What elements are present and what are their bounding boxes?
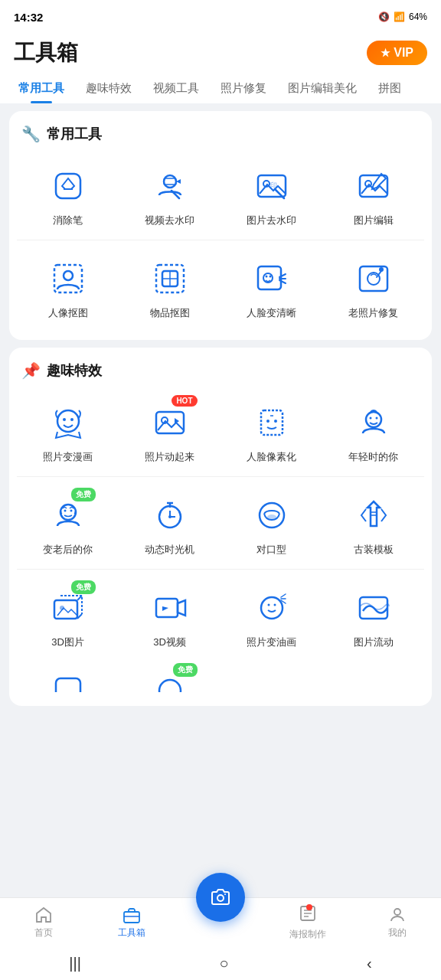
tool-old-you[interactable]: 免费 变老后的你 [17,486,119,563]
tool-ancient-label: 古装模板 [354,543,394,557]
gesture-home-btn[interactable]: ○ [201,949,247,978]
section-divider-3 [17,569,424,570]
tool-photo-animate[interactable]: HOT 照片动起来 [119,394,220,470]
tool-3d-photo[interactable]: 免费 3D图片 [17,579,119,655]
lip-sync-svg-icon [253,497,290,534]
tool-old-photo[interactable]: 老照片修复 [322,250,424,326]
tool-time-machine[interactable]: 动态时光机 [119,486,220,563]
nav-mine[interactable]: 我的 [367,903,428,942]
tool-more-4-icon-wrap [351,668,397,692]
tool-more-2[interactable]: 免费 [119,662,220,692]
svg-point-45 [267,514,276,519]
tool-image-edit-icon-wrap [351,163,397,209]
tool-face-sketch-icon-wrap [249,400,295,446]
tool-video-watermark-icon-wrap [147,163,193,209]
tool-photo-flow-label: 图片流动 [354,635,394,649]
tool-3d-photo-label: 3D图片 [51,635,84,649]
svg-point-53 [273,604,276,606]
tool-photo-flow[interactable]: 图片流动 [322,579,424,655]
tab-photo-fix[interactable]: 照片修复 [210,75,277,103]
tab-video[interactable]: 视频工具 [142,75,210,103]
old-photo-svg-icon [355,260,392,297]
mine-nav-icon [388,906,407,924]
more-1-svg-icon [50,672,87,692]
mute-icon: 🔇 [378,11,390,22]
video-watermark-svg-icon [152,168,188,204]
tool-oil-paint-icon-wrap [249,585,295,631]
header: 工具箱 ★ VIP [0,31,441,67]
svg-point-57 [217,895,224,901]
cartoon-svg-icon [50,404,87,441]
tool-image-watermark[interactable]: 印 图片去水印 [220,157,322,234]
svg-point-33 [369,417,371,420]
tool-more-3[interactable] [220,662,322,692]
tool-old-you-icon-wrap: 免费 [45,492,91,538]
toolbox-nav-icon [122,906,141,924]
tool-object-cutout[interactable]: 物品抠图 [119,250,220,326]
tool-eraser[interactable]: 消除笔 [17,157,119,234]
tool-face-sketch[interactable]: 人脸像素化 [220,394,322,470]
tool-more-1-icon-wrap [45,668,91,692]
tab-edit[interactable]: 图片编辑美化 [277,75,368,103]
vip-star-icon: ★ [381,47,390,59]
tool-young[interactable]: 年轻时的你 [322,394,424,470]
section-common-header: 🔧 常用工具 [17,125,424,143]
svg-point-1 [164,175,176,188]
tool-cartoon[interactable]: 照片变漫画 [17,394,119,470]
tool-more-4[interactable] [322,662,424,692]
tool-portrait-cutout[interactable]: 人像抠图 [17,250,119,326]
status-bar: 14:32 🔇 📶 64% [0,0,441,31]
tool-oil-paint[interactable]: 照片变油画 [220,579,322,655]
nav-poster[interactable]: 海报制作 [276,901,340,944]
tool-lip-sync[interactable]: 对口型 [220,486,322,563]
svg-point-51 [261,597,283,619]
tab-fun[interactable]: 趣味特效 [75,75,142,103]
battery-text: 64% [409,11,427,22]
fun-tools-row3: 免费 3D图片 [17,579,424,655]
tool-image-watermark-icon-wrap: 印 [249,163,295,209]
section-common-title: 常用工具 [47,125,102,143]
tool-3d-video[interactable]: 3D视频 [119,579,220,655]
tool-image-edit[interactable]: 图片编辑 [322,157,424,234]
tool-more-1[interactable] [17,662,119,692]
tool-face-sharpen-label: 人脸变清晰 [247,306,296,320]
status-icons: 🔇 📶 64% [378,11,427,22]
ancient-svg-icon [355,497,392,534]
3d-video-svg-icon [152,590,188,626]
camera-fab-icon [209,886,232,909]
time-machine-svg-icon [152,497,188,534]
svg-point-37 [70,510,72,512]
tool-old-photo-label: 老照片修复 [348,306,398,320]
tool-more-3-icon-wrap [249,668,295,692]
young-svg-icon [355,404,392,441]
svg-point-65 [394,909,400,915]
svg-rect-55 [56,678,80,692]
tab-common[interactable]: 常用工具 [8,75,75,103]
gesture-back-btn[interactable]: ‹ [348,949,390,978]
svg-point-29 [266,420,270,423]
tool-object-cutout-label: 物品抠图 [150,306,190,320]
tool-3d-video-label: 3D视频 [153,635,186,649]
gesture-recent-btn[interactable]: ||| [51,949,100,978]
svg-point-34 [375,417,377,420]
tab-collage[interactable]: 拼图 [368,75,412,103]
face-sharpen-svg-icon [253,260,290,297]
svg-point-18 [265,276,267,278]
gesture-bar: ||| ○ ‹ [0,946,441,980]
tool-face-sharpen[interactable]: 人脸变清晰 [220,250,322,326]
3d-photo-svg-icon [50,590,87,626]
svg-point-30 [274,420,277,423]
tool-cartoon-label: 照片变漫画 [43,450,93,464]
tool-video-watermark[interactable]: 视频去水印 [119,157,220,234]
tool-young-icon-wrap [351,400,397,446]
fun-tools-row2: 免费 变老后的你 [17,486,424,563]
tool-photo-animate-icon-wrap: HOT [147,400,193,446]
tool-ancient[interactable]: 古装模板 [322,486,424,563]
svg-point-25 [70,418,74,421]
fun-tools-row1: 照片变漫画 HOT 照片动起来 [17,394,424,470]
common-tools-row1: 消除笔 视频去水印 [17,157,424,234]
vip-button[interactable]: ★ VIP [367,41,427,65]
nav-home[interactable]: 首页 [13,903,74,942]
nav-toolbox[interactable]: 工具箱 [101,903,162,942]
camera-fab-button[interactable] [196,873,245,922]
